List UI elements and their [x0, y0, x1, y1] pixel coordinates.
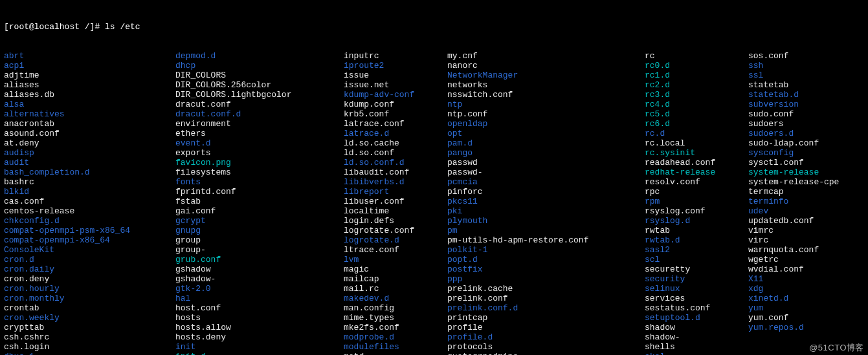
ls-entry: services: [645, 294, 748, 303]
ls-entry: protocols: [447, 342, 645, 352]
ls-entry: cron.d: [4, 255, 175, 264]
ls-entry: init.d: [175, 352, 344, 355]
ls-entry: system-release: [748, 167, 864, 177]
ls-entry: printcap: [447, 313, 645, 323]
ls-entry: localtime: [344, 206, 447, 216]
ls-entry: sysctl.conf: [748, 158, 864, 167]
ls-entry: modprobe.d: [344, 332, 447, 342]
ls-entry: prelink.conf: [447, 294, 645, 303]
ls-entry: inputrc: [344, 51, 447, 61]
ls-entry: group: [175, 235, 344, 245]
ls-entry: alsa: [4, 100, 175, 109]
ls-entry: login.defs: [344, 216, 447, 226]
ls-entry: cron.hourly: [4, 284, 175, 294]
ls-entry: passwd-: [447, 167, 645, 177]
ls-entry: DIR_COLORS.256color: [175, 80, 344, 90]
ls-entry: nanorc: [447, 61, 645, 70]
ls-entry: sudo-ldap.conf: [748, 138, 864, 148]
ls-entry: event.d: [175, 138, 344, 148]
command-line: [root@localhost /]# ls /etc: [4, 22, 864, 32]
shell-prompt: [root@localhost /]#: [4, 22, 105, 32]
ls-entry: logrotate.conf: [344, 226, 447, 235]
ls-entry: termcap: [748, 187, 864, 197]
ls-entry: gshadow: [175, 264, 344, 274]
ls-entry: ld.so.conf: [344, 148, 447, 158]
ls-entry: init: [175, 342, 344, 352]
ls-entry: issue: [344, 70, 447, 80]
ls-entry: libibverbs.d: [344, 177, 447, 187]
ls-entry: ssh: [748, 61, 864, 70]
ls-entry: environment: [175, 119, 344, 129]
ls-entry: polkit-1: [447, 245, 645, 255]
ls-entry: sudoers: [748, 119, 864, 129]
ls-entry: dracut.conf.d: [175, 109, 344, 119]
ls-entry: pki: [447, 206, 645, 216]
ls-entry: abrt: [4, 51, 175, 61]
ls-entry: modulefiles: [344, 342, 447, 352]
ls-entry: pm-utils-hd-apm-restore.conf: [447, 235, 645, 245]
ls-entry: gai.conf: [175, 206, 344, 216]
ls-entry: filesystems: [175, 167, 344, 177]
ls-entry: ltrace.conf: [344, 245, 447, 255]
ls-entry: dracut.conf: [175, 100, 344, 109]
ls-entry: rc.sysinit: [645, 148, 748, 158]
ls-entry: xinetd.d: [748, 294, 864, 303]
ls-entry: securetty: [645, 264, 748, 274]
ls-entry: bashrc: [4, 177, 175, 187]
ls-entry: man.config: [344, 303, 447, 313]
ls-entry: postfix: [447, 264, 645, 274]
ls-entry: rwtab: [645, 226, 748, 235]
ls-entry: rc6.d: [645, 119, 748, 129]
ls-entry: shadow-: [645, 332, 748, 342]
ls-entry: dhcp: [175, 61, 344, 70]
ls-entry: logrotate.d: [344, 235, 447, 245]
ls-entry: NetworkManager: [447, 70, 645, 80]
ls-entry: quotagrpadmins: [447, 352, 645, 355]
ls-entry: ntp: [447, 100, 645, 109]
ls-entry: passwd: [447, 158, 645, 167]
ls-entry: rwtab.d: [645, 235, 748, 245]
ls-entry: hosts: [175, 313, 344, 323]
ls-entry: host.conf: [175, 303, 344, 313]
ls-entry: fstab: [175, 197, 344, 206]
ls-entry: openldap: [447, 119, 645, 129]
ls-entry: ntp.conf: [447, 109, 645, 119]
ls-entry: ld.so.cache: [344, 138, 447, 148]
ls-entry: sudoers.d: [748, 129, 864, 138]
ls-entry: yum.conf: [748, 313, 864, 323]
ls-entry: centos-release: [4, 206, 175, 216]
ls-entry: shadow: [645, 323, 748, 332]
ls-entry: cas.conf: [4, 197, 175, 206]
ls-entry: pinforc: [447, 187, 645, 197]
ls-entry: libaudit.conf: [344, 167, 447, 177]
ls-entry: ConsoleKit: [4, 245, 175, 255]
ls-entry-empty: [748, 332, 864, 342]
ls-entry: anacrontab: [4, 119, 175, 129]
ls-entry: audit: [4, 158, 175, 167]
ls-entry: at.deny: [4, 138, 175, 148]
ls-entry: ssl: [748, 70, 864, 80]
ls-entry: statetab.d: [748, 90, 864, 100]
ls-entry: fonts: [175, 177, 344, 187]
ls-entry: pango: [447, 148, 645, 158]
ls-entry: rsyslog.d: [645, 216, 748, 226]
ls-entry: makedev.d: [344, 294, 447, 303]
ls-entry: rc5.d: [645, 109, 748, 119]
ls-entry: acpi: [4, 61, 175, 70]
ls-entry: compat-openmpi-x86_64: [4, 235, 175, 245]
ls-entry: gnupg: [175, 226, 344, 235]
terminal-output[interactable]: [root@localhost /]# ls /etc abrtdepmod.d…: [0, 0, 868, 355]
ls-entry: csh.login: [4, 342, 175, 352]
ls-entry: rpc: [645, 187, 748, 197]
ls-entry: audisp: [4, 148, 175, 158]
ls-entry: wvdial.conf: [748, 264, 864, 274]
ls-entry: kdump.conf: [344, 100, 447, 109]
ls-entry: ld.so.conf.d: [344, 158, 447, 167]
ls-entry: subversion: [748, 100, 864, 109]
ls-entry: exports: [175, 148, 344, 158]
ls-entry: asound.conf: [4, 129, 175, 138]
ls-entry: compat-openmpi-psm-x86_64: [4, 226, 175, 235]
ls-entry: group-: [175, 245, 344, 255]
ls-entry: updatedb.conf: [748, 216, 864, 226]
ls-entry: prelink.cache: [447, 284, 645, 294]
